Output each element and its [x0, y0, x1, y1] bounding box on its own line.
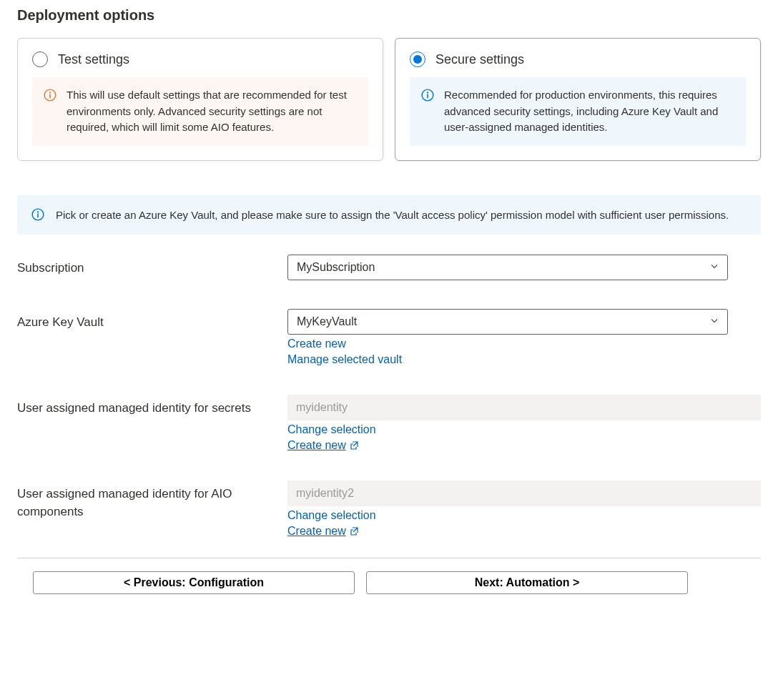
wizard-nav: < Previous: Configuration Next: Automati… — [17, 571, 761, 594]
keyvault-banner: Pick or create an Azure Key Vault, and p… — [17, 195, 761, 235]
identity-aio-create-new-link[interactable]: Create new — [287, 525, 359, 538]
secure-settings-card[interactable]: Secure settings Recommended for producti… — [395, 38, 761, 161]
info-icon — [44, 89, 56, 102]
keyvault-row: Azure Key Vault MyKeyVault Create new Ma… — [17, 309, 761, 366]
identity-aio-label: User assigned managed identity for AIO c… — [17, 480, 287, 521]
svg-rect-2 — [49, 94, 51, 98]
separator — [17, 558, 761, 558]
svg-rect-5 — [427, 94, 428, 98]
subscription-select[interactable]: MySubscription — [287, 255, 728, 280]
secure-settings-radio[interactable] — [410, 51, 425, 67]
svg-point-1 — [49, 92, 51, 93]
external-link-icon — [349, 526, 359, 536]
deployment-options-group: Test settings This will use default sett… — [17, 38, 761, 161]
svg-point-4 — [427, 92, 428, 93]
svg-rect-8 — [37, 213, 39, 217]
identity-secrets-label: User assigned managed identity for secre… — [17, 395, 287, 418]
test-settings-info: This will use default settings that are … — [32, 77, 368, 146]
test-settings-description: This will use default settings that are … — [67, 87, 357, 136]
info-icon — [421, 89, 434, 102]
identity-aio-row: User assigned managed identity for AIO c… — [17, 480, 761, 538]
info-icon — [31, 208, 44, 221]
keyvault-select[interactable]: MyKeyVault — [287, 309, 728, 335]
identity-secrets-create-new-link[interactable]: Create new — [287, 439, 359, 452]
page-title: Deployment options — [17, 7, 761, 24]
previous-button[interactable]: < Previous: Configuration — [33, 571, 355, 594]
secure-settings-info: Recommended for production environments,… — [410, 77, 746, 146]
keyvault-banner-text: Pick or create an Azure Key Vault, and p… — [56, 207, 729, 223]
secure-settings-description: Recommended for production environments,… — [444, 87, 734, 136]
identity-aio-change-link[interactable]: Change selection — [287, 509, 376, 522]
external-link-icon — [349, 440, 359, 450]
test-settings-card[interactable]: Test settings This will use default sett… — [17, 38, 383, 161]
identity-secrets-change-link[interactable]: Change selection — [287, 423, 376, 436]
identity-secrets-field: myidentity — [287, 395, 761, 420]
test-settings-radio[interactable] — [32, 51, 48, 67]
next-button[interactable]: Next: Automation > — [366, 571, 688, 594]
subscription-label: Subscription — [17, 255, 287, 277]
identity-aio-field: myidentity2 — [287, 480, 761, 506]
keyvault-create-new-link[interactable]: Create new — [287, 337, 346, 350]
keyvault-manage-link[interactable]: Manage selected vault — [287, 353, 402, 366]
secure-settings-title: Secure settings — [435, 52, 524, 67]
svg-point-7 — [37, 211, 39, 212]
keyvault-label: Azure Key Vault — [17, 309, 287, 332]
identity-secrets-row: User assigned managed identity for secre… — [17, 395, 761, 452]
subscription-row: Subscription MySubscription — [17, 255, 761, 280]
test-settings-title: Test settings — [58, 52, 129, 67]
